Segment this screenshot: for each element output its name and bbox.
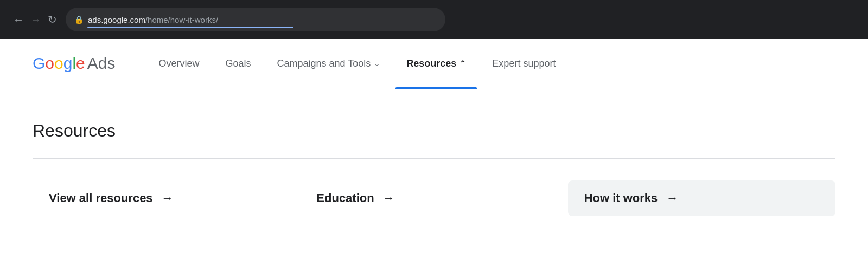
resource-link-education[interactable]: Education → [300,180,567,216]
top-nav: Google Ads Overview Goals Campaigns and … [0,39,868,88]
nav-links: Overview Goals Campaigns and Tools ⌄ Res… [148,54,835,74]
section-divider [33,158,835,159]
arrow-icon-0: → [162,191,174,205]
page-content: Resources View all resources → Education… [0,88,868,216]
website-content: Google Ads Overview Goals Campaigns and … [0,39,868,272]
browser-nav-buttons: ← → ↻ [13,14,57,25]
page-title: Resources [33,121,835,141]
chevron-down-icon: ⌄ [374,59,380,68]
browser-chrome: ← → ↻ 🔒 ads.google.com/home/how-it-works… [0,0,868,39]
nav-item-resources[interactable]: Resources ⌃ [395,54,477,74]
resource-link-label: View all resources [49,191,153,205]
resource-link-label: Education [316,191,374,205]
google-ads-logo[interactable]: Google Ads [33,54,115,73]
logo-ads-text: Ads [87,54,116,73]
lock-icon: 🔒 [74,15,84,24]
nav-item-expert-support[interactable]: Expert support [481,54,566,74]
address-text: ads.google.com/home/how-it-works/ [88,15,218,24]
resource-link-how-it-works[interactable]: How it works → [568,180,835,216]
nav-item-overview[interactable]: Overview [148,54,210,74]
chevron-up-icon: ⌃ [459,59,466,68]
resource-links: View all resources → Education → How it … [33,180,835,216]
nav-item-campaigns[interactable]: Campaigns and Tools ⌄ [266,54,392,74]
back-button[interactable]: ← [13,14,24,25]
address-bar[interactable]: 🔒 ads.google.com/home/how-it-works/ [66,8,445,31]
nav-item-goals[interactable]: Goals [214,54,261,74]
arrow-icon-2: → [666,191,678,205]
reload-button[interactable]: ↻ [48,14,57,25]
logo-google: Google [33,54,85,73]
resource-link-label: How it works [584,191,658,205]
forward-button[interactable]: → [30,14,41,25]
arrow-icon-1: → [383,191,395,205]
resource-link-view-all[interactable]: View all resources → [33,180,300,216]
address-underline [87,27,293,28]
